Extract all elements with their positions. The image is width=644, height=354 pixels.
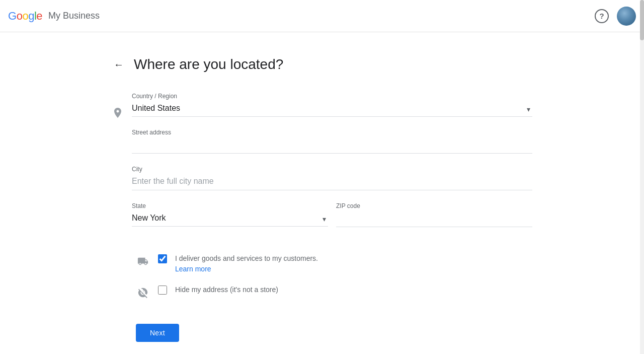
form-wrapper: Country / Region United States ▾ Street … (112, 93, 532, 239)
country-select[interactable]: United States (132, 102, 532, 117)
hide-address-label: Hide my address (it's not a store) (175, 285, 278, 295)
city-label: City (132, 166, 532, 173)
country-select-wrapper: United States ▾ (132, 102, 532, 117)
checkbox-section: I deliver goods and services to my custo… (136, 253, 532, 300)
scrollbar[interactable] (640, 0, 644, 354)
header-right: ? (595, 7, 636, 26)
app-name: My Business (48, 11, 100, 21)
hide-address-checkbox[interactable] (158, 286, 167, 295)
deliver-label: I deliver goods and services to my custo… (175, 253, 318, 274)
street-input[interactable] (132, 138, 532, 154)
street-label: Street address (132, 129, 532, 136)
city-input[interactable] (132, 175, 532, 190)
country-group: Country / Region United States ▾ (132, 93, 532, 117)
street-group: Street address (132, 129, 532, 154)
scrollbar-thumb[interactable] (640, 0, 644, 40)
next-button[interactable]: Next (136, 324, 179, 342)
store-off-icon (136, 286, 150, 300)
help-icon[interactable]: ? (595, 9, 609, 23)
state-zip-row: State New York ▾ ZIP code (132, 202, 532, 239)
location-pin-icon (112, 107, 124, 122)
zip-group: ZIP code (336, 202, 532, 227)
hide-address-checkbox-row: Hide my address (it's not a store) (136, 285, 532, 300)
location-fields: Country / Region United States ▾ Street … (132, 93, 532, 239)
avatar[interactable] (617, 7, 636, 26)
deliver-checkbox-row: I deliver goods and services to my custo… (136, 253, 532, 274)
state-select-wrapper: New York ▾ (132, 211, 328, 227)
city-group: City (132, 166, 532, 190)
google-logo: Google (8, 10, 42, 23)
page-header: ← Where are you located? (112, 56, 532, 73)
back-button[interactable]: ← (112, 57, 126, 73)
delivery-truck-icon (136, 254, 150, 268)
zip-input[interactable] (336, 211, 532, 227)
deliver-checkbox[interactable] (158, 254, 167, 263)
state-group: State New York ▾ (132, 202, 328, 227)
zip-label: ZIP code (336, 202, 532, 209)
state-label: State (132, 202, 328, 209)
avatar-image (617, 7, 636, 26)
main-content: ← Where are you located? Country / Regio… (96, 32, 548, 354)
page-title: Where are you located? (134, 56, 283, 73)
app-header: Google My Business ? (0, 0, 644, 32)
country-label: Country / Region (132, 93, 532, 100)
state-select[interactable]: New York (132, 211, 328, 227)
header-left: Google My Business (8, 10, 100, 23)
learn-more-link[interactable]: Learn more (175, 265, 211, 273)
button-area: Next (136, 310, 532, 342)
